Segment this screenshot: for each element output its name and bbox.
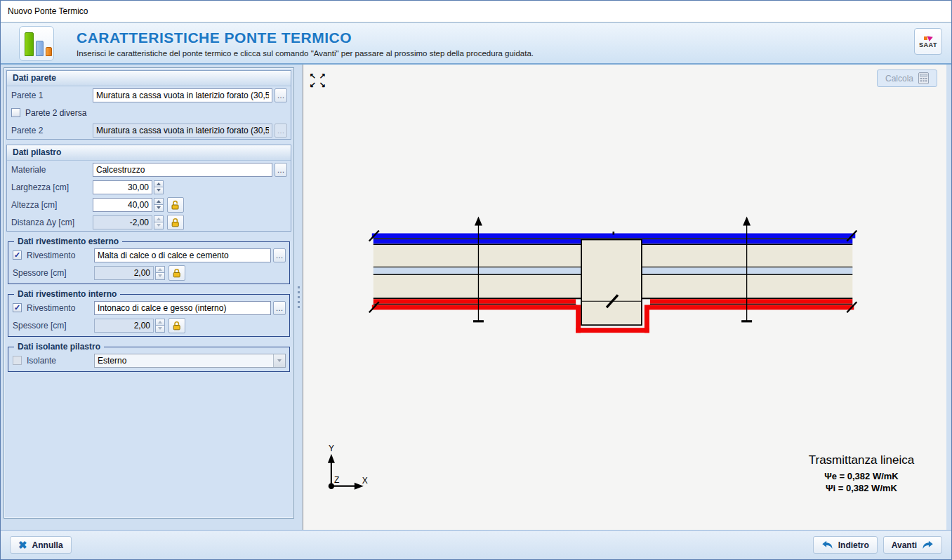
transmittance-result: Trasmittanza lineica Ψe = 0,382 W/mK Ψi … xyxy=(786,453,937,494)
page-title: CARATTERISTICHE PONTE TERMICO xyxy=(77,29,534,46)
parete2-diversa-checkbox[interactable] xyxy=(11,108,20,117)
arrow-se-icon: ↘ xyxy=(318,80,326,88)
arrow-nw-icon: ↖ xyxy=(308,72,317,80)
parete1-input[interactable] xyxy=(93,88,272,102)
indietro-label: Indietro xyxy=(838,540,869,550)
rivestimento-interno-browse-button[interactable]: … xyxy=(273,301,286,315)
distanza-spinner xyxy=(154,215,164,229)
parete2-input xyxy=(93,124,272,138)
lock-closed-icon xyxy=(172,268,182,278)
main-area: Dati parete Parete 1 … Parete 2 diversa … xyxy=(1,65,951,530)
interior-plaster-left xyxy=(373,299,576,303)
spessore-interno-input xyxy=(94,319,154,333)
altezza-input[interactable] xyxy=(93,198,152,212)
fit-view-button[interactable]: ↖↗ ↙↘ xyxy=(308,72,326,88)
section-rivestimento-interno: Dati rivestimento interno ✓ Rivestimento… xyxy=(8,289,290,337)
isolante-label: Isolante xyxy=(27,356,56,366)
result-title: Trasmittanza lineica xyxy=(786,453,937,467)
spessore-esterno-spinner xyxy=(155,266,165,280)
lock-closed-icon xyxy=(171,218,180,227)
rivestimento-esterno-title: Dati rivestimento esterno xyxy=(14,236,122,246)
saat-logo-text: SAAT xyxy=(919,41,937,48)
parete1-browse-button[interactable]: … xyxy=(275,88,287,102)
column-center-tick xyxy=(613,232,615,234)
rivestimento-esterno-checkbox[interactable]: ✓ xyxy=(13,251,22,260)
wizard-footer: ✖ Annulla Indietro Avanti xyxy=(1,530,951,559)
arrow-ne-icon: ↗ xyxy=(318,72,326,80)
bar-green xyxy=(25,32,34,56)
altezza-spinner[interactable] xyxy=(154,198,164,212)
axis-x-label: X xyxy=(362,476,368,486)
wizard-window: Nuovo Ponte Termico CARATTERISTICHE PONT… xyxy=(0,0,952,560)
bar-blue xyxy=(36,41,44,56)
larghezza-input[interactable] xyxy=(93,180,152,194)
interior-plaster-right xyxy=(650,299,852,303)
lock-closed-icon xyxy=(172,321,182,331)
section-dati-pilastro: Dati pilastro Materiale … Larghezza [cm]… xyxy=(6,145,291,232)
distanza-lock-button[interactable] xyxy=(167,215,184,230)
isolante-select[interactable]: Esterno xyxy=(94,354,286,368)
distanza-label: Distanza Δy [cm] xyxy=(11,218,93,227)
window-titlebar: Nuovo Ponte Termico xyxy=(1,1,951,22)
forward-arrow-icon xyxy=(922,540,934,549)
indietro-button[interactable]: Indietro xyxy=(813,536,878,554)
larghezza-label: Larghezza [cm] xyxy=(11,182,93,192)
spessore-interno-lock-button[interactable] xyxy=(168,318,185,333)
section-isolante-pilastro: Dati isolante pilastro Isolante Esterno xyxy=(8,342,290,372)
bar-orange xyxy=(46,47,52,56)
psi-e-value: Ψe = 0,382 W/mK xyxy=(786,470,937,482)
wizard-header: CARATTERISTICHE PONTE TERMICO Inserisci … xyxy=(1,22,951,65)
psi-i-value: Ψi = 0,382 W/mK xyxy=(786,482,937,494)
avanti-label: Avanti xyxy=(892,540,917,550)
calculator-icon xyxy=(918,72,929,84)
rivestimento-esterno-input[interactable] xyxy=(94,248,271,262)
page-subtitle: Inserisci le caratteristiche del ponte t… xyxy=(77,49,534,58)
annulla-label: Annulla xyxy=(32,540,63,550)
axis-y-label: Y xyxy=(329,444,334,453)
panel-splitter[interactable] xyxy=(294,65,303,530)
interior-surface-right xyxy=(649,305,854,309)
materiale-input[interactable] xyxy=(93,163,272,177)
splitter-grip-icon xyxy=(298,286,300,308)
rivestimento-interno-title: Dati rivestimento interno xyxy=(14,289,120,299)
window-title: Nuovo Ponte Termico xyxy=(8,6,88,16)
larghezza-spinner[interactable] xyxy=(154,180,164,194)
materiale-label: Materiale xyxy=(11,165,93,175)
parameters-panel: Dati parete Parete 1 … Parete 2 diversa … xyxy=(4,67,294,519)
spessore-interno-label: Spessore [cm] xyxy=(13,321,94,331)
drawing-canvas[interactable]: Y X Z ↖↗ ↙↘ Calcola xyxy=(303,65,946,530)
isolante-selected-value: Esterno xyxy=(95,354,273,367)
spessore-interno-spinner xyxy=(155,319,165,333)
larghezza-spinner-up[interactable] xyxy=(154,180,164,188)
spessore-esterno-lock-button[interactable] xyxy=(168,265,185,281)
altezza-spinner-up[interactable] xyxy=(154,198,164,206)
materiale-browse-button[interactable]: … xyxy=(275,163,287,177)
arrow-sw-icon: ↙ xyxy=(308,80,317,88)
spessore-esterno-input xyxy=(94,266,154,280)
cancel-x-icon: ✖ xyxy=(18,540,27,550)
spessore-esterno-label: Spessore [cm] xyxy=(13,268,94,278)
avanti-button[interactable]: Avanti xyxy=(883,536,942,554)
bar-chart-icon xyxy=(19,26,54,61)
rivestimento-interno-checkbox[interactable]: ✓ xyxy=(13,303,22,312)
section-rivestimento-esterno: Dati rivestimento esterno ✓ Rivestimento… xyxy=(8,236,290,284)
section-dati-parete-title: Dati parete xyxy=(7,71,291,86)
column-interior-surface-wrap xyxy=(576,328,649,333)
calcola-label: Calcola xyxy=(885,74,913,84)
larghezza-spinner-down[interactable] xyxy=(154,187,164,194)
distanza-input xyxy=(93,215,152,229)
isolante-checkbox[interactable] xyxy=(13,356,22,365)
calcola-button[interactable]: Calcola xyxy=(877,69,937,87)
annulla-button[interactable]: ✖ Annulla xyxy=(10,536,72,554)
altezza-spinner-down[interactable] xyxy=(154,205,164,212)
rivestimento-interno-input[interactable] xyxy=(94,301,271,315)
saat-logo-button[interactable]: SAAT xyxy=(914,28,942,55)
chevron-down-icon[interactable] xyxy=(273,354,285,367)
column-section xyxy=(576,232,649,333)
saat-logo-icon xyxy=(924,34,933,41)
parete2-label: Parete 2 xyxy=(11,126,93,135)
rivestimento-esterno-label: Rivestimento xyxy=(27,251,75,260)
lock-open-icon xyxy=(171,200,180,210)
rivestimento-esterno-browse-button[interactable]: … xyxy=(273,248,286,262)
altezza-lock-button[interactable] xyxy=(167,197,184,213)
